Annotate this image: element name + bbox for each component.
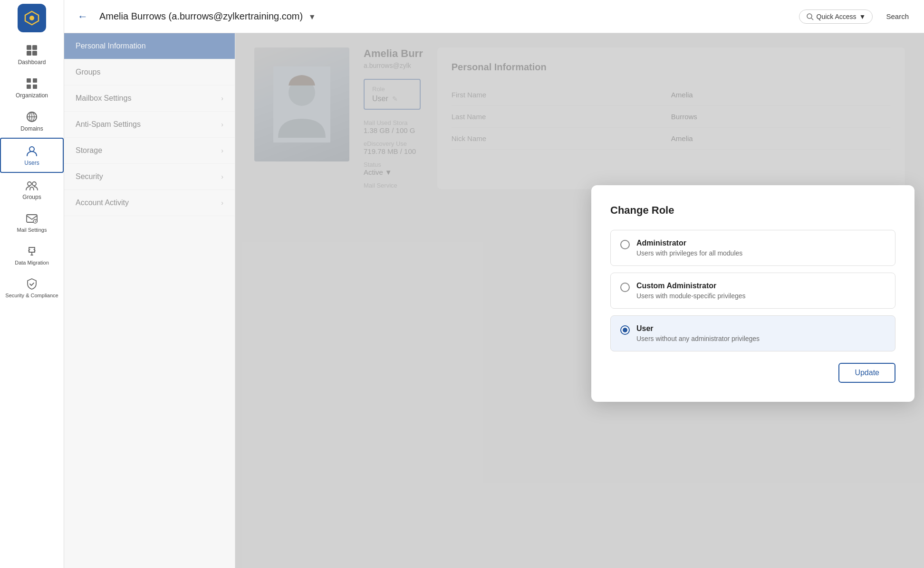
- nav-label-security: Security: [76, 172, 103, 181]
- svg-rect-9: [33, 85, 37, 89]
- nav-item-anti-spam[interactable]: Anti-Spam Settings ›: [64, 112, 235, 138]
- sidebar-item-security-compliance[interactable]: Security & Compliance: [0, 272, 64, 304]
- modal-footer: Update: [610, 363, 895, 383]
- sidebar-item-label-dashboard: Dashboard: [18, 59, 46, 66]
- svg-point-1: [29, 16, 34, 20]
- domains-icon: [25, 110, 38, 123]
- nav-label-groups: Groups: [76, 68, 100, 76]
- role-option-desc-administrator: Users with privileges for all modules: [636, 249, 742, 257]
- svg-line-20: [811, 18, 813, 20]
- sidebar-item-mail-settings[interactable]: Mail Settings: [0, 206, 64, 239]
- sidebar-item-domains[interactable]: Domains: [0, 104, 64, 138]
- svg-point-16: [32, 182, 36, 186]
- page-title: Amelia Burrows (a.burrows@zylkertraining…: [99, 11, 791, 22]
- radio-user[interactable]: [620, 325, 630, 335]
- sidebar: Dashboard Organization Domains Users: [0, 0, 64, 568]
- app-logo: [18, 4, 46, 32]
- nav-label-anti-spam: Anti-Spam Settings: [76, 120, 141, 129]
- svg-rect-6: [27, 78, 31, 83]
- nav-label-account-activity: Account Activity: [76, 199, 129, 207]
- sidebar-item-label-mail-settings: Mail Settings: [17, 227, 47, 233]
- data-migration-icon: [25, 245, 38, 258]
- role-option-name-user: User: [636, 324, 760, 333]
- svg-rect-8: [27, 85, 31, 89]
- svg-rect-4: [27, 51, 31, 56]
- nav-item-security[interactable]: Security ›: [64, 164, 235, 190]
- caret-icon: ▼: [308, 13, 316, 21]
- svg-point-14: [29, 147, 34, 151]
- sidebar-item-label-security-compliance: Security & Compliance: [5, 293, 58, 299]
- organization-icon: [25, 77, 38, 90]
- modal-overlay: Change Role Administrator Users with pri…: [235, 33, 924, 568]
- nav-label-storage: Storage: [76, 146, 102, 155]
- groups-icon: [25, 179, 38, 192]
- nav-item-groups[interactable]: Groups: [64, 59, 235, 85]
- role-option-user[interactable]: User Users without any administrator pri…: [610, 315, 895, 351]
- role-option-desc-custom-admin: Users with module-specific privileges: [636, 292, 746, 300]
- quick-access-label: Quick Access: [817, 13, 857, 20]
- nav-label-mailbox-settings: Mailbox Settings: [76, 94, 131, 103]
- nav-label-personal-info: Personal Information: [76, 42, 146, 50]
- dashboard-icon: [25, 44, 38, 57]
- user-title-text: Amelia Burrows (a.burrows@zylkertraining…: [99, 11, 303, 21]
- sidebar-item-label-organization: Organization: [16, 92, 48, 99]
- nav-item-mailbox-settings[interactable]: Mailbox Settings ›: [64, 85, 235, 112]
- sidebar-item-label-users: Users: [24, 160, 39, 166]
- nav-item-personal-info[interactable]: Personal Information: [64, 33, 235, 59]
- modal-title: Change Role: [610, 204, 895, 217]
- chevron-icon-anti-spam: ›: [221, 121, 223, 128]
- search-button[interactable]: Search: [880, 9, 914, 23]
- role-option-custom-admin[interactable]: Custom Administrator Users with module-s…: [610, 273, 895, 309]
- role-option-name-administrator: Administrator: [636, 239, 742, 247]
- chevron-icon-storage: ›: [221, 147, 223, 154]
- chevron-icon-mailbox: ›: [221, 95, 223, 102]
- chevron-icon-security: ›: [221, 173, 223, 180]
- chevron-icon-account-activity: ›: [221, 199, 223, 207]
- secondary-nav: Personal Information Groups Mailbox Sett…: [64, 33, 235, 568]
- svg-rect-7: [33, 78, 37, 83]
- sidebar-item-label-groups: Groups: [22, 194, 41, 200]
- main-content: Amelia Burr a.burrows@zylk Role User ✎ M…: [235, 33, 924, 568]
- nav-item-storage[interactable]: Storage ›: [64, 138, 235, 164]
- quick-access-caret: ▼: [859, 13, 866, 20]
- nav-item-account-activity[interactable]: Account Activity ›: [64, 190, 235, 216]
- quick-access-button[interactable]: Quick Access ▼: [799, 9, 873, 24]
- sidebar-item-dashboard[interactable]: Dashboard: [0, 38, 64, 71]
- role-option-desc-user: Users without any administrator privileg…: [636, 335, 760, 342]
- svg-rect-3: [32, 45, 37, 50]
- sidebar-item-label-data-migration: Data Migration: [15, 260, 49, 266]
- main-area: ← Amelia Burrows (a.burrows@zylkertraini…: [64, 0, 924, 568]
- svg-rect-2: [27, 45, 31, 50]
- svg-point-15: [28, 182, 31, 186]
- role-option-text-administrator: Administrator Users with privileges for …: [636, 239, 742, 257]
- svg-point-19: [807, 14, 812, 19]
- content-row: Personal Information Groups Mailbox Sett…: [64, 33, 924, 568]
- security-compliance-icon: [25, 277, 38, 291]
- mail-settings-icon: [25, 212, 38, 225]
- radio-administrator[interactable]: [620, 240, 630, 249]
- role-option-name-custom-admin: Custom Administrator: [636, 282, 746, 290]
- role-option-text-user: User Users without any administrator pri…: [636, 324, 760, 342]
- sidebar-item-users[interactable]: Users: [0, 138, 64, 173]
- change-role-modal: Change Role Administrator Users with pri…: [591, 185, 914, 402]
- radio-custom-admin[interactable]: [620, 283, 630, 292]
- search-icon-small: [806, 13, 814, 20]
- back-button[interactable]: ←: [74, 9, 92, 25]
- svg-rect-5: [32, 51, 37, 56]
- sidebar-item-groups[interactable]: Groups: [0, 173, 64, 206]
- role-option-administrator[interactable]: Administrator Users with privileges for …: [610, 230, 895, 266]
- sidebar-item-organization[interactable]: Organization: [0, 71, 64, 104]
- update-button[interactable]: Update: [838, 363, 895, 383]
- role-option-text-custom-admin: Custom Administrator Users with module-s…: [636, 282, 746, 300]
- topbar-right: Quick Access ▼ Search: [799, 9, 914, 24]
- sidebar-item-label-domains: Domains: [20, 125, 43, 132]
- sidebar-item-data-migration[interactable]: Data Migration: [0, 239, 64, 272]
- users-icon: [25, 144, 38, 158]
- topbar: ← Amelia Burrows (a.burrows@zylkertraini…: [64, 0, 924, 33]
